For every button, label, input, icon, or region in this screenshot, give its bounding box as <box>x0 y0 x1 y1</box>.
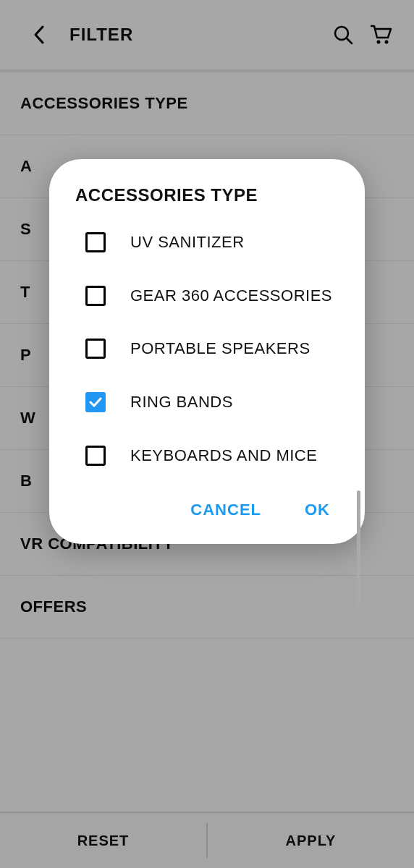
option-row[interactable]: GEAR 360 ACCESSORIES <box>75 269 339 323</box>
checkbox-portable-speakers[interactable] <box>85 339 106 359</box>
check-icon <box>89 397 102 407</box>
option-label: PORTABLE SPEAKERS <box>130 338 310 359</box>
option-label: UV SANITIZER <box>130 231 245 253</box>
dialog-title: ACCESSORIES TYPE <box>49 185 365 216</box>
option-label: KEYBOARDS AND MICE <box>130 445 317 467</box>
option-row[interactable]: KEYBOARDS AND MICE <box>75 429 339 482</box>
option-row[interactable]: RING BANDS <box>75 375 339 429</box>
accessories-type-dialog: ACCESSORIES TYPE UV SANITIZER GEAR 360 A… <box>49 159 365 544</box>
checkbox-uv-sanitizer[interactable] <box>85 232 106 252</box>
option-label: RING BANDS <box>130 391 233 413</box>
checkbox-ring-bands[interactable] <box>85 392 106 412</box>
option-row[interactable]: UV SANITIZER <box>75 216 339 269</box>
checkbox-gear-360[interactable] <box>85 286 106 306</box>
dialog-options: UV SANITIZER GEAR 360 ACCESSORIES PORTAB… <box>49 216 365 482</box>
scrollbar-thumb[interactable] <box>357 490 360 606</box>
option-row[interactable]: PORTABLE SPEAKERS <box>75 322 339 375</box>
cancel-button[interactable]: CANCEL <box>190 501 261 519</box>
dialog-actions: CANCEL OK <box>49 482 365 527</box>
ok-button[interactable]: OK <box>305 501 330 519</box>
checkbox-keyboards-mice[interactable] <box>85 446 106 466</box>
option-label: GEAR 360 ACCESSORIES <box>130 285 332 307</box>
